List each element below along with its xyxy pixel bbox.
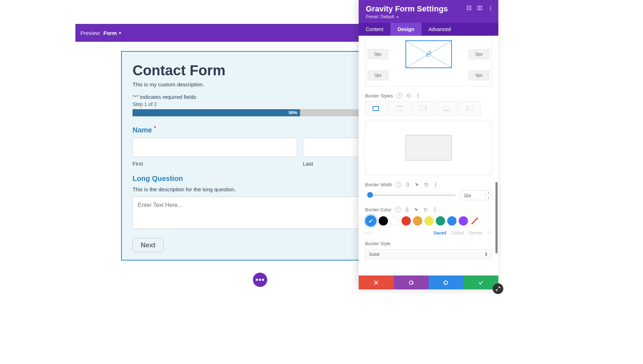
border-top-button[interactable]: [389, 101, 410, 116]
expand-fab[interactable]: [493, 283, 503, 294]
reset-icon[interactable]: [406, 93, 412, 98]
color-swatch-none[interactable]: [470, 216, 479, 226]
color-swatch[interactable]: [447, 216, 457, 226]
cancel-button[interactable]: [359, 275, 394, 289]
more-icon[interactable]: [488, 5, 493, 11]
border-width-slider[interactable]: [365, 194, 455, 196]
more-actions-button[interactable]: •••: [253, 273, 267, 287]
more-icon[interactable]: [433, 182, 439, 187]
panel-tabs: Content Design Advanced: [359, 23, 498, 36]
action-bar: [359, 275, 498, 289]
border-style-select[interactable]: Solid ▲▼: [365, 249, 492, 259]
svg-rect-5: [406, 208, 408, 211]
help-icon[interactable]: ?: [397, 93, 402, 98]
color-swatch[interactable]: [413, 216, 422, 226]
color-swatch[interactable]: [459, 216, 468, 226]
color-swatch[interactable]: [379, 216, 388, 226]
palette-saved[interactable]: Saved: [434, 231, 446, 236]
preview-label: Preview:: [80, 30, 101, 36]
undo-button[interactable]: [394, 275, 429, 289]
margin-right-input[interactable]: 0px: [469, 49, 489, 59]
margin-bottom-input[interactable]: 0px: [469, 70, 489, 80]
border-width-label: Border Width: [365, 182, 392, 187]
panel-header: Gravity Form Settings Preset: Default ▼: [359, 0, 498, 23]
help-icon[interactable]: ?: [396, 182, 402, 187]
first-name-input[interactable]: [133, 138, 297, 157]
progress-fill: 50%: [133, 109, 300, 116]
hover-icon[interactable]: [414, 182, 420, 187]
gear-icon[interactable]: [487, 230, 492, 236]
border-width-input[interactable]: 2px▲▼: [460, 190, 492, 200]
tab-design[interactable]: Design: [390, 23, 422, 36]
color-swatches: [365, 215, 492, 227]
more-colors-icon[interactable]: [365, 233, 370, 234]
hover-icon[interactable]: [414, 207, 419, 212]
stepper-up[interactable]: ▲: [485, 190, 492, 195]
preview-value: Form: [104, 30, 117, 36]
color-swatch[interactable]: [402, 216, 411, 226]
color-swatch[interactable]: [390, 216, 399, 226]
chevron-down-icon: ▼: [118, 31, 122, 35]
more-icon[interactable]: [415, 93, 421, 98]
border-color-label: Border Color: [365, 207, 392, 212]
margin-top-input[interactable]: 0px: [368, 49, 388, 59]
mobile-icon[interactable]: [405, 182, 411, 187]
link-sides-toggle[interactable]: [405, 40, 452, 68]
border-all-button[interactable]: [365, 101, 387, 116]
svg-point-6: [489, 232, 490, 233]
spacing-control: 0px 0px 0px 0px: [365, 36, 492, 86]
stepper-down[interactable]: ▼: [485, 195, 492, 200]
palette-recent[interactable]: Recent: [469, 231, 482, 236]
tab-content[interactable]: Content: [359, 23, 390, 36]
first-sublabel: First: [133, 161, 297, 167]
color-swatch[interactable]: [436, 216, 445, 226]
layout-icon[interactable]: [477, 5, 483, 11]
border-left-button[interactable]: [459, 101, 481, 116]
preset-dropdown[interactable]: Preset: Default ▼: [366, 14, 491, 19]
svg-point-1: [469, 7, 469, 8]
settings-panel: Gravity Form Settings Preset: Default ▼ …: [359, 0, 498, 289]
next-button[interactable]: Next: [133, 238, 164, 252]
palette-global[interactable]: Global: [451, 231, 464, 236]
mobile-icon[interactable]: [404, 207, 410, 212]
border-preview: [365, 120, 492, 175]
help-icon[interactable]: ?: [395, 207, 401, 212]
border-style-picker: [365, 101, 492, 116]
panel-body: 0px 0px 0px 0px Border Styles ?: [359, 36, 498, 275]
color-swatch[interactable]: [424, 216, 434, 226]
reset-icon[interactable]: [424, 182, 429, 187]
scrollbar[interactable]: [495, 182, 498, 253]
reset-icon[interactable]: [423, 207, 429, 212]
margin-left-input[interactable]: 0px: [368, 70, 388, 80]
link-icon: [426, 51, 432, 58]
more-icon[interactable]: [432, 207, 438, 212]
tab-advanced[interactable]: Advanced: [422, 23, 458, 36]
redo-button[interactable]: [429, 275, 464, 289]
border-styles-label: Border Styles: [365, 93, 393, 98]
border-right-button[interactable]: [412, 101, 434, 116]
border-style-label: Border Style: [365, 241, 391, 246]
svg-rect-4: [407, 183, 409, 186]
color-swatch-active[interactable]: [365, 215, 377, 227]
expand-icon[interactable]: [466, 5, 472, 11]
slider-thumb[interactable]: [367, 192, 373, 198]
border-bottom-button[interactable]: [436, 101, 457, 116]
